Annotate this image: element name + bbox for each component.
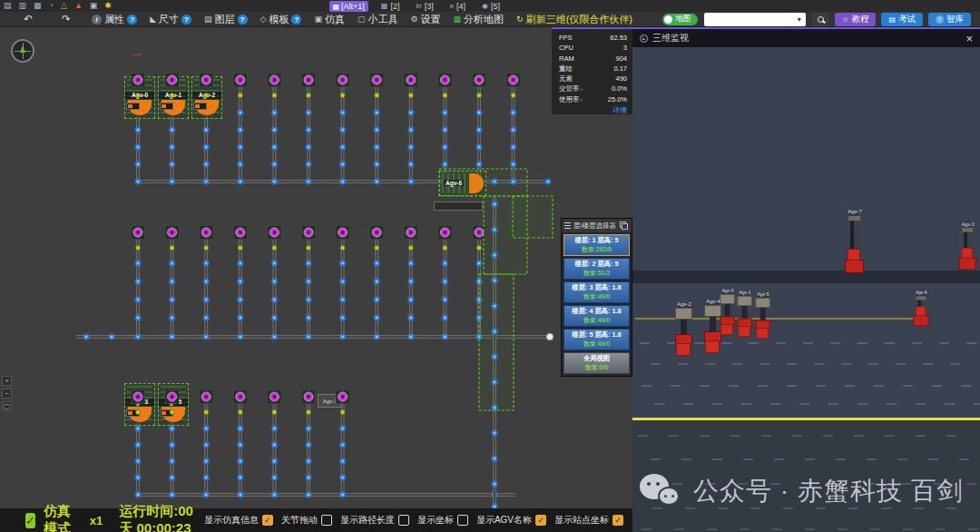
dropdown-caret-icon[interactable]: ▼ bbox=[796, 16, 802, 23]
refresh-icon: ↻ bbox=[516, 15, 524, 24]
help-icon[interactable]: ? bbox=[127, 15, 137, 25]
bee-icon[interactable]: ✱ bbox=[104, 2, 112, 10]
agv3d-Agv-5[interactable]: Agv-5 bbox=[753, 292, 773, 340]
agv3d-Agv-6[interactable]: Agv-6 bbox=[912, 291, 931, 327]
checkbox[interactable]: ✓ bbox=[535, 515, 546, 526]
sim-mode-checkbox[interactable] bbox=[25, 513, 35, 528]
document-icon[interactable]: ▦ bbox=[34, 2, 42, 10]
agv3d-name-label: Agv-3 bbox=[949, 222, 980, 226]
floor-mark bbox=[650, 363, 661, 365]
tool-仿真[interactable]: ▣仿真 bbox=[308, 13, 351, 26]
toggle-knob-icon bbox=[664, 15, 672, 24]
forklift-cap bbox=[916, 296, 926, 300]
hot-icon[interactable]: ▲ bbox=[74, 2, 83, 10]
layer-item-4[interactable]: 楼层: 4 层高: 1.8数量:49/0 bbox=[564, 305, 630, 327]
agv-Agv-6[interactable]: Agv-6 bbox=[439, 171, 486, 196]
checkbox[interactable] bbox=[321, 515, 332, 526]
toggle-显示站点坐标[interactable]: 显示站点坐标✓ bbox=[554, 514, 623, 527]
layer-item-6[interactable]: 全局视图数量:0/0 bbox=[564, 352, 630, 374]
notification-icon[interactable]: △ bbox=[61, 2, 67, 10]
button-考试[interactable]: ▤考试 bbox=[881, 13, 923, 26]
view-tab-2[interactable]: ▦[2] bbox=[377, 1, 404, 12]
tool-刷新三维(仅限合作伙伴)[interactable]: ↻刷新三维(仅限合作伙伴) bbox=[510, 13, 639, 26]
help-icon[interactable]: ? bbox=[181, 15, 191, 25]
tool-尺寸[interactable]: ◣尺寸? bbox=[143, 13, 198, 26]
compass-icon[interactable] bbox=[11, 39, 34, 63]
tool-图层[interactable]: ▤图层? bbox=[198, 13, 254, 26]
help-icon[interactable]: ? bbox=[291, 15, 301, 25]
map-toggle[interactable]: 地图 bbox=[662, 14, 698, 25]
checkbox[interactable]: ✓ bbox=[262, 515, 273, 526]
checkbox[interactable] bbox=[457, 515, 468, 526]
tool-小工具[interactable]: ▢小工具 bbox=[351, 13, 405, 26]
floor-mark bbox=[786, 385, 797, 387]
agv-Agv-0[interactable]: Agv-0 bbox=[124, 76, 155, 119]
layer-item-5[interactable]: 楼层: 5 层高: 1.8数量:49/0 bbox=[564, 329, 630, 350]
copy-file-icon[interactable]: ▥ bbox=[19, 2, 27, 10]
agv-status-tag bbox=[193, 103, 207, 110]
agv-Agv-1[interactable]: Agv-1 bbox=[158, 76, 189, 119]
floor-mark bbox=[967, 528, 978, 530]
agv-Agv-5[interactable]: Agv-5 bbox=[158, 383, 189, 426]
search-button[interactable] bbox=[812, 13, 828, 26]
layer-item-3[interactable]: 楼层: 3 层高: 1.8数量:49/0 bbox=[564, 281, 630, 303]
agv-Agv-2[interactable]: Agv-2 bbox=[191, 76, 222, 119]
titlebar: ▤▥▦◔△▲▣✱ ▅[Alt+1]▦[2]in[3]e[4]◉[5] bbox=[0, 0, 980, 12]
agv-Agv-3[interactable]: Agv-3 bbox=[124, 383, 155, 426]
button-教程[interactable]: ☆教程 bbox=[835, 13, 876, 26]
floor-mark bbox=[965, 342, 976, 344]
toggle-关节拖动[interactable]: 关节拖动 bbox=[281, 514, 332, 527]
layer-item-1[interactable]: 楼层: 1 层高: 5数量:292/6 bbox=[564, 234, 630, 256]
agv3d-Agv-3[interactable]: Agv-3 bbox=[957, 222, 978, 271]
tool-分析地图[interactable]: ▦分析地图 bbox=[447, 13, 511, 26]
floor-mark bbox=[637, 435, 648, 437]
agv-Agv-7[interactable]: Agv-7 bbox=[318, 394, 342, 408]
tool-属性[interactable]: i属性? bbox=[85, 13, 143, 26]
new-file-icon[interactable]: ▤ bbox=[4, 2, 12, 10]
tab-label: [2] bbox=[390, 2, 399, 11]
button-智库[interactable]: ?智库 bbox=[928, 13, 971, 26]
detail-link[interactable]: 详情 bbox=[559, 105, 627, 115]
agv3d-Agv-1[interactable]: Agv-1 bbox=[735, 291, 755, 339]
layer-item-2[interactable]: 楼层: 2 层高: 5数量:51/2 bbox=[564, 258, 630, 280]
close-button[interactable]: × bbox=[965, 32, 973, 45]
checkbox[interactable]: ✓ bbox=[612, 515, 623, 526]
floor-mark bbox=[740, 403, 751, 405]
forklift-body bbox=[845, 260, 864, 273]
floor-mark bbox=[673, 528, 684, 530]
cargo-cube bbox=[916, 307, 926, 316]
calendar-icon[interactable]: ▣ bbox=[90, 2, 98, 10]
duplicate-icon[interactable] bbox=[619, 221, 629, 231]
toggle-显示AGV名称[interactable]: 显示AGV名称✓ bbox=[476, 514, 546, 527]
layer-label: 楼层: 5 层高: 1.8 bbox=[564, 330, 629, 340]
tool-设置[interactable]: ⚙设置 bbox=[405, 13, 447, 26]
agv3d-Agv-2[interactable]: Agv-2 bbox=[672, 301, 696, 358]
toggle-显示仿真信息[interactable]: 显示仿真信息✓ bbox=[204, 514, 273, 527]
layer-label: 楼层: 3 层高: 1.8 bbox=[564, 283, 629, 292]
map-canvas[interactable]: Agv-0Agv-1Agv-2Agv-3Agv-5Agv-6Agv-7 +−▢ … bbox=[0, 27, 632, 532]
view-tab-5[interactable]: ◉[5] bbox=[478, 1, 504, 12]
fit-view-icon[interactable]: ▢ bbox=[2, 401, 12, 411]
checkbox[interactable] bbox=[398, 515, 409, 526]
zoom-in-icon[interactable]: + bbox=[2, 376, 12, 386]
help-icon[interactable]: ? bbox=[238, 15, 248, 25]
template-icon: ◇ bbox=[260, 15, 267, 24]
search-input[interactable] bbox=[708, 15, 796, 24]
undo-button[interactable]: ↶ bbox=[9, 13, 47, 25]
history-icon[interactable]: ◔ bbox=[49, 2, 54, 10]
redo-button[interactable]: ↷ bbox=[47, 13, 85, 25]
floor-mark bbox=[960, 385, 971, 387]
toggle-显示坐标[interactable]: 显示坐标 bbox=[417, 514, 468, 527]
zoom-out-icon[interactable]: − bbox=[2, 389, 12, 399]
floor-mark bbox=[840, 363, 851, 365]
agv3d-Agv-7[interactable]: Agv-7 bbox=[843, 209, 867, 274]
tool-模板[interactable]: ◇模板? bbox=[254, 13, 309, 26]
cargo-cube bbox=[962, 248, 974, 259]
view-tab-3[interactable]: in[3] bbox=[412, 1, 436, 12]
view-tab-1[interactable]: ▅[Alt+1] bbox=[329, 1, 368, 12]
star-icon: ☆ bbox=[842, 15, 848, 24]
floor-mark bbox=[915, 403, 926, 405]
cargo-cube bbox=[705, 340, 720, 353]
view-tab-4[interactable]: e[4] bbox=[446, 1, 469, 12]
toggle-显示路径长度[interactable]: 显示路径长度 bbox=[340, 514, 409, 527]
